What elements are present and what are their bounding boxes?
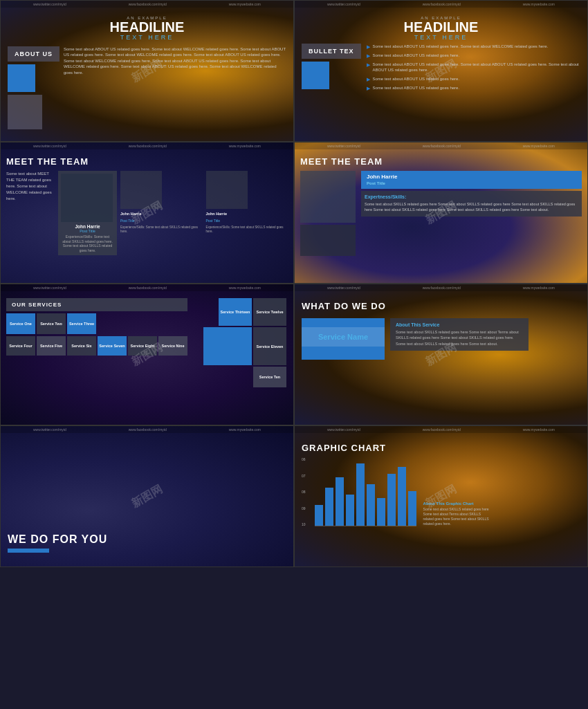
y-label-2: 07	[302, 474, 306, 478]
cell-chart: www.twitter.com/myid www.facebook.com/my…	[294, 425, 588, 567]
team1-featured-title: Post Title	[61, 229, 114, 233]
team1-member2-title: Post Title	[120, 219, 203, 223]
bullet-headline: HEADILINE	[302, 20, 580, 34]
about-gray-box	[8, 95, 42, 129]
bullet-arrow-3: ▶	[367, 62, 370, 68]
service-six: Service Six	[67, 336, 96, 356]
team2-skills-text: Some text about SKILLS related goes here…	[365, 201, 578, 213]
bullet-top-bar: www.twitter.com/myid www.facebook.com/my…	[295, 1, 587, 8]
bar-10	[408, 491, 416, 526]
service-eight: Service Eight	[128, 336, 157, 356]
bullet-list: ▶ Some text about ABOUT US related goes …	[367, 44, 581, 94]
cell-whatwedo: www.twitter.com/myid www.facebook.com/my…	[294, 284, 588, 425]
about-facebook: www.facebook.com/myid	[129, 2, 167, 6]
team1-member3-skills: Experience/Skills: Some text about SKILL…	[206, 225, 288, 234]
chart-facebook: www.facebook.com/myid	[423, 427, 461, 432]
about-service-text: Some text about SKILLS related goes here…	[396, 329, 523, 347]
services-title: OUR SERVICES	[6, 298, 187, 311]
whatwedo-facebook: www.facebook.com/myid	[423, 286, 461, 290]
about-body-text: Some text about ABOUT US related goes he…	[64, 46, 286, 75]
team1-content: Some text about MEET THE TEAM related go…	[6, 171, 288, 255]
bullet-title-box: BULLET TEX	[302, 44, 361, 59]
service-one: Service One	[6, 313, 35, 334]
team1-featured-photo	[61, 174, 113, 222]
team2-skills-box: Expertness/Skills: Some text about SKILL…	[361, 191, 582, 217]
cell-team2: www.twitter.com/myid www.facebook.com/my…	[294, 142, 588, 284]
service-three: Service Three	[67, 313, 96, 334]
team2-twitter: www.twitter.com/myid	[327, 144, 360, 148]
chart-bars-container	[315, 457, 416, 526]
bullet-twitter: www.twitter.com/myid	[327, 2, 360, 6]
chart-y-axis: 10 09 08 07 06	[302, 457, 308, 526]
wedoforyou-facebook: www.facebook.com/myid	[129, 427, 167, 432]
team2-skills-title: Expertness/Skills:	[365, 194, 578, 199]
whatwedo-website: www.mywebsite.com	[523, 286, 555, 290]
service-name-box: Service Name	[302, 327, 385, 347]
wedoforyou-title: WE DO FOR YOU	[8, 533, 107, 546]
services-twitter: www.twitter.com/myid	[33, 286, 66, 290]
y-label-5: 10	[302, 522, 306, 526]
bullet-item-4: ▶ Some text about ABOUT US related goes …	[367, 76, 581, 82]
chart-title: GRAPHIC CHART	[302, 443, 580, 453]
chart-about-title: About This Graphic Chart	[423, 501, 493, 506]
bullet-text-5: Some text about ABOUT US related goes he…	[373, 85, 460, 91]
team1-member2-photo	[120, 171, 162, 209]
wedoforyou-bar	[8, 549, 49, 553]
bar-5	[356, 463, 365, 526]
about-service-title: About This Service	[396, 322, 523, 327]
about-subtext: TEXT HERE	[8, 34, 286, 41]
team1-title: MEET THE TEAM	[6, 156, 89, 167]
team1-top-bar: www.twitter.com/myid www.facebook.com/my…	[1, 142, 293, 149]
team1-member3-photo	[206, 171, 248, 209]
service-four: Service Four	[6, 336, 35, 356]
service-thirteen: Service Thirteen	[219, 298, 252, 326]
service-eleven: Service Eleven	[253, 327, 286, 365]
bullet-text-4: Some text about ABOUT US related goes he…	[373, 76, 460, 82]
bar-7	[377, 498, 385, 526]
bar-9	[398, 467, 406, 526]
bar-4	[346, 495, 354, 526]
chart-twitter: www.twitter.com/myid	[327, 427, 360, 432]
team2-website: www.mywebsite.com	[523, 144, 555, 148]
bullet-text-3: Some text about ABOUT US related goes he…	[373, 62, 581, 73]
team2-top-bar: www.twitter.com/myid www.facebook.com/my…	[295, 142, 587, 149]
about-twitter: www.twitter.com/myid	[33, 2, 66, 6]
bullet-arrow-1: ▶	[367, 44, 370, 50]
bullet-subtext: TEXT HERE	[302, 34, 580, 41]
wedoforyou-twitter: www.twitter.com/myid	[33, 427, 66, 432]
whatwedo-twitter: www.twitter.com/myid	[327, 286, 360, 290]
bullet-item-5: ▶ Some text about ABOUT US related goes …	[367, 85, 581, 91]
service-five: Service Five	[37, 336, 66, 356]
team2-name-box: John Harrie Post Title	[361, 171, 582, 189]
wedoforyou-top-bar: www.twitter.com/myid www.facebook.com/my…	[1, 426, 293, 433]
team2-title: MEET THE TEAM	[300, 156, 383, 167]
team2-featured-title: Post Title	[367, 181, 385, 185]
bar-8	[387, 474, 396, 526]
bullet-arrow-4: ▶	[367, 77, 370, 82]
bullet-facebook: www.facebook.com/myid	[423, 2, 461, 6]
service-big-blue	[203, 327, 252, 365]
y-label-3: 08	[302, 490, 306, 494]
cell-about: www.twitter.com/myid www.facebook.com/my…	[0, 0, 294, 142]
service-ten: Service Ten	[253, 367, 286, 387]
team1-website: www.mywebsite.com	[229, 144, 261, 148]
services-top-bar: www.twitter.com/myid www.facebook.com/my…	[1, 284, 293, 291]
cell-services: www.twitter.com/myid www.facebook.com/my…	[0, 284, 294, 425]
bullet-blue-box	[302, 62, 329, 89]
bullet-arrow-2: ▶	[367, 53, 370, 59]
about-website: www.mywebsite.com	[229, 2, 261, 6]
about-service-box: About This Service Some text about SKILL…	[390, 318, 529, 351]
team1-twitter: www.twitter.com/myid	[33, 144, 66, 148]
chart-about: About This Graphic Chart Some text about…	[423, 501, 493, 526]
about-headline: HEADILINE	[8, 20, 286, 34]
team1-featured-skills: Experience/Skills: Some text about SKILL…	[61, 234, 114, 252]
cell-wedoforyou: www.twitter.com/myid www.facebook.com/my…	[0, 425, 294, 567]
about-blue-box	[8, 64, 35, 92]
chart-about-text: Some text about SKILLS related goes here…	[423, 507, 493, 526]
service-name-bg-box: Service Name	[302, 318, 385, 360]
team1-member3-name: John Harrie	[206, 212, 288, 216]
y-label-4: 09	[302, 506, 306, 510]
cell-bullet: www.twitter.com/myid www.facebook.com/my…	[294, 0, 588, 142]
watermark-7: 新图网	[129, 481, 165, 510]
team1-facebook: www.facebook.com/myid	[129, 144, 167, 148]
